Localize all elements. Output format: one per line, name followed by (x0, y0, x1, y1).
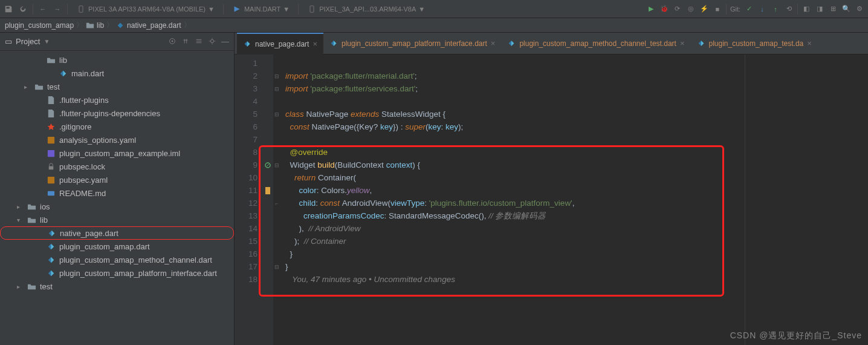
code-content[interactable]: import 'package:flutter/material.dart'; … (280, 54, 868, 345)
close-icon[interactable]: × (807, 39, 812, 48)
pane-toggle-icon[interactable]: ▭ (5, 37, 12, 46)
target-icon[interactable] (168, 37, 177, 46)
stop-icon[interactable]: ■ (713, 4, 722, 14)
arrow-icon: ▸ (17, 203, 23, 210)
tree-item-label: native_page.dart (60, 229, 118, 238)
gear-icon[interactable] (208, 37, 216, 46)
toolbar-divider (797, 4, 798, 15)
tree-item--gitignore[interactable]: .gitignore (0, 120, 234, 133)
profile-icon[interactable]: ◎ (686, 4, 696, 14)
sidebar-header: ▭ Project ▼ — (0, 33, 234, 51)
color-marker[interactable] (265, 187, 270, 194)
svg-rect-6 (47, 150, 54, 156)
tree-item--flutter-plugins-dependencies[interactable]: .flutter-plugins-dependencies (0, 107, 234, 120)
tab-label: plugin_custom_amap_platform_interface.da… (342, 39, 487, 48)
breadcrumb: plugin_custom_amap 〉 lib 〉 native_page.d… (0, 18, 868, 33)
device-label: PIXEL 3A API33 ARM64-V8A (MOBILE) (88, 5, 206, 13)
dart-file-icon (243, 40, 251, 48)
minimize-icon[interactable]: — (221, 37, 229, 46)
tool3-icon[interactable]: ⊞ (828, 4, 838, 14)
expand-icon[interactable] (181, 37, 190, 46)
tree-item-label: lib (40, 215, 48, 225)
tree-item-pubspec-lock[interactable]: pubspec.lock (0, 160, 234, 173)
tree-item-lib[interactable]: lib (0, 53, 234, 67)
push-icon[interactable]: ↑ (771, 4, 780, 14)
branch-icon[interactable]: ✓ (744, 4, 754, 14)
tool2-icon[interactable]: ◨ (815, 4, 824, 14)
sync-icon[interactable] (18, 4, 28, 14)
breadcrumb-item[interactable]: plugin_custom_amap (5, 21, 74, 30)
breadcrumb-item[interactable]: native_page.dart (127, 21, 181, 30)
dart-icon (58, 68, 68, 78)
coverage-icon[interactable]: ⟳ (673, 4, 682, 14)
tab-plugin-custom-amap-method-channel-test-dart[interactable]: plugin_custom_amap_method_channel_test.d… (501, 33, 690, 54)
tree-item-plugin-custom-amap-example-iml[interactable]: plugin_custom_amap_example.iml (0, 146, 234, 160)
forward-icon[interactable]: → (53, 4, 62, 14)
tree-item-test[interactable]: ▸test (0, 80, 234, 93)
main-area: ▭ Project ▼ — libmain.dart▸test.flutter-… (0, 33, 868, 345)
git-icon (46, 122, 56, 131)
tree-item-label: pubspec.yaml (59, 176, 108, 185)
dart-icon (46, 255, 56, 264)
tool1-icon[interactable]: ◧ (802, 4, 811, 14)
toolbar-right: ▶ 🐞 ⟳ ◎ ⚡ ■ Git: ✓ ↓ ↑ ⟲ ◧ ◨ ⊞ 🔍 ⚙ (646, 4, 864, 15)
tree-item-label: README.md (59, 189, 106, 198)
file-icon (46, 95, 56, 105)
dart-icon (46, 242, 56, 251)
phone-icon (307, 4, 317, 14)
back-icon[interactable]: ← (38, 4, 48, 14)
tree-item-label: .flutter-plugins (59, 96, 109, 105)
folder-icon (46, 55, 56, 65)
tab-label: plugin_custom_amap_test.da (709, 39, 804, 48)
chevron-icon: 〉 (106, 20, 114, 30)
collapse-icon[interactable] (195, 37, 203, 46)
hot-reload-icon[interactable]: ⚡ (699, 4, 709, 14)
close-icon[interactable]: × (491, 39, 496, 48)
dart-icon (46, 268, 56, 278)
runconfig-label: MAIN.DART (244, 5, 280, 13)
search-icon[interactable]: 🔍 (841, 4, 851, 14)
run-icon[interactable]: ▶ (646, 4, 656, 14)
dropdown-icon[interactable]: ▼ (44, 38, 50, 45)
tree-item-label: plugin_custom_amap_method_channel.dart (59, 255, 212, 264)
tree-item-analysis-options-yaml[interactable]: analysis_options.yaml (0, 133, 234, 146)
tree-item--flutter-plugins[interactable]: .flutter-plugins (0, 93, 234, 107)
runconfig-selector[interactable]: MAIN.DART ▼ (228, 3, 293, 15)
tab-label: plugin_custom_amap_method_channel_test.d… (519, 39, 676, 48)
tree-item-label: plugin_custom_amap_example.iml (59, 149, 180, 158)
breadcrumb-item[interactable]: lib (97, 21, 104, 30)
chevron-icon: 〉 (184, 20, 191, 30)
tree-item-plugin-custom-amap-platform-interface-dart[interactable]: plugin_custom_amap_platform_interface.da… (0, 266, 234, 280)
pull-icon[interactable]: ↓ (757, 4, 767, 14)
tree-item-test[interactable]: ▸test (0, 280, 234, 293)
folder-icon (86, 21, 94, 30)
svg-point-4 (210, 39, 213, 42)
tab-plugin-custom-amap-platform-interface-dart[interactable]: plugin_custom_amap_platform_interface.da… (323, 33, 501, 54)
file-icon (46, 108, 56, 118)
project-tree[interactable]: libmain.dart▸test.flutter-plugins.flutte… (0, 51, 234, 345)
folder-icon (34, 82, 44, 91)
tree-item-pubspec-yaml[interactable]: pubspec.yaml (0, 173, 234, 186)
iml-icon (46, 148, 56, 158)
tree-item-main-dart[interactable]: main.dart (0, 67, 234, 80)
history-icon[interactable]: ⟲ (784, 4, 794, 14)
dart-icon (47, 228, 56, 238)
tree-item-label: lib (59, 56, 67, 65)
device-selector[interactable]: PIXEL 3A API33 ARM64-V8A (MOBILE) ▼ (73, 3, 218, 15)
tree-item-plugin-custom-amap-method-channel-dart[interactable]: plugin_custom_amap_method_channel.dart (0, 253, 234, 266)
settings-icon[interactable]: ⚙ (855, 4, 864, 14)
close-icon[interactable]: × (680, 39, 685, 48)
toolbar-divider (726, 4, 727, 15)
tab-plugin-custom-amap-test-da[interactable]: plugin_custom_amap_test.da× (691, 33, 818, 54)
tree-item-README-md[interactable]: README.md (0, 186, 234, 200)
editor-tabs: native_page.dart×plugin_custom_amap_plat… (235, 33, 868, 54)
save-icon[interactable] (4, 4, 13, 14)
tab-native-page-dart[interactable]: native_page.dart× (237, 33, 323, 54)
device2-selector[interactable]: PIXEL_3A_API...03.ARM64-V8A ▼ (303, 3, 429, 15)
tree-item-plugin-custom-amap-dart[interactable]: plugin_custom_amap.dart (0, 240, 234, 253)
tree-item-ios[interactable]: ▸ios (0, 200, 234, 213)
close-icon[interactable]: × (313, 39, 317, 48)
debug-icon[interactable]: 🐞 (659, 4, 669, 14)
tree-item-native-page-dart[interactable]: native_page.dart (0, 226, 234, 240)
tree-item-lib[interactable]: ▾lib (0, 213, 234, 226)
